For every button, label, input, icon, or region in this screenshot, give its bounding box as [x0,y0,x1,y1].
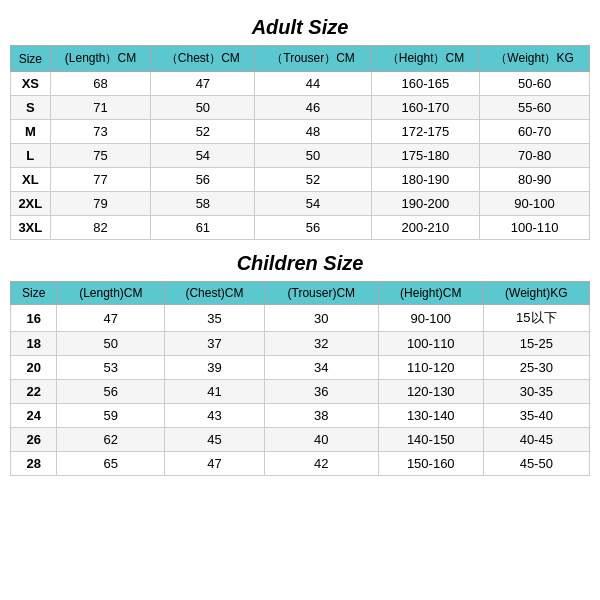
adult-header-row: Size(Length）CM（Chest）CM（Trouser）CM（Heigh… [11,46,590,72]
children-header-cell: (Chest)CM [165,282,265,305]
table-row: L755450175-18070-80 [11,144,590,168]
table-cell: 62 [57,428,165,452]
table-cell: 68 [50,72,151,96]
table-cell: 15以下 [483,305,589,332]
table-cell: 38 [264,404,378,428]
table-row: 18503732100-11015-25 [11,332,590,356]
table-cell: 130-140 [378,404,483,428]
table-cell: 65 [57,452,165,476]
table-cell: 140-150 [378,428,483,452]
table-cell: 61 [151,216,255,240]
table-cell: 52 [151,120,255,144]
table-cell: 47 [151,72,255,96]
table-row: 26624540140-15040-45 [11,428,590,452]
table-cell: 71 [50,96,151,120]
adult-table: Size(Length）CM（Chest）CM（Trouser）CM（Heigh… [10,45,590,240]
table-row: 22564136120-13030-35 [11,380,590,404]
table-row: XL775652180-19080-90 [11,168,590,192]
table-cell: 80-90 [480,168,590,192]
children-header-row: Size(Length)CM(Chest)CM(Trouser)CM(Heigh… [11,282,590,305]
table-cell: 24 [11,404,57,428]
table-cell: 34 [264,356,378,380]
adult-header-cell: （Height）CM [371,46,479,72]
table-cell: 160-170 [371,96,479,120]
table-cell: 77 [50,168,151,192]
table-cell: 50 [255,144,371,168]
table-cell: L [11,144,51,168]
table-cell: 56 [57,380,165,404]
children-section: Children Size Size(Length)CM(Chest)CM(Tr… [10,246,590,476]
children-title: Children Size [10,246,590,281]
adult-header-cell: （Chest）CM [151,46,255,72]
table-cell: 36 [264,380,378,404]
table-cell: 110-120 [378,356,483,380]
table-cell: 47 [57,305,165,332]
table-cell: 56 [255,216,371,240]
table-cell: 160-165 [371,72,479,96]
table-cell: 20 [11,356,57,380]
table-cell: XS [11,72,51,96]
table-cell: 59 [57,404,165,428]
table-cell: 90-100 [480,192,590,216]
table-cell: 47 [165,452,265,476]
table-cell: 41 [165,380,265,404]
table-cell: 22 [11,380,57,404]
table-cell: 100-110 [480,216,590,240]
table-cell: 28 [11,452,57,476]
children-header-cell: (Weight)KG [483,282,589,305]
adult-header-cell: (Length）CM [50,46,151,72]
children-header-cell: Size [11,282,57,305]
table-cell: 82 [50,216,151,240]
table-row: S715046160-17055-60 [11,96,590,120]
table-cell: 79 [50,192,151,216]
table-cell: 46 [255,96,371,120]
adult-header-cell: Size [11,46,51,72]
table-cell: 50 [151,96,255,120]
table-cell: 73 [50,120,151,144]
table-cell: 120-130 [378,380,483,404]
table-cell: 75 [50,144,151,168]
adult-header-cell: （Trouser）CM [255,46,371,72]
children-header-cell: (Trouser)CM [264,282,378,305]
table-cell: 56 [151,168,255,192]
table-cell: 70-80 [480,144,590,168]
table-row: 24594338130-14035-40 [11,404,590,428]
table-row: 3XL826156200-210100-110 [11,216,590,240]
adult-header-cell: （Weight）KG [480,46,590,72]
table-cell: 25-30 [483,356,589,380]
table-cell: 50-60 [480,72,590,96]
table-cell: 150-160 [378,452,483,476]
table-cell: 58 [151,192,255,216]
table-cell: 50 [57,332,165,356]
table-cell: 37 [165,332,265,356]
table-cell: 43 [165,404,265,428]
page-container: Adult Size Size(Length）CM（Chest）CM（Trous… [10,10,590,482]
table-cell: 44 [255,72,371,96]
table-cell: 54 [255,192,371,216]
children-thead: Size(Length)CM(Chest)CM(Trouser)CM(Heigh… [11,282,590,305]
table-cell: 52 [255,168,371,192]
table-cell: 2XL [11,192,51,216]
table-cell: XL [11,168,51,192]
children-tbody: 1647353090-10015以下18503732100-11015-2520… [11,305,590,476]
table-cell: 54 [151,144,255,168]
table-cell: 16 [11,305,57,332]
adult-tbody: XS684744160-16550-60S715046160-17055-60M… [11,72,590,240]
table-cell: 53 [57,356,165,380]
children-table: Size(Length)CM(Chest)CM(Trouser)CM(Heigh… [10,281,590,476]
table-cell: 175-180 [371,144,479,168]
table-cell: 15-25 [483,332,589,356]
table-cell: 30-35 [483,380,589,404]
table-cell: 40 [264,428,378,452]
table-row: XS684744160-16550-60 [11,72,590,96]
table-cell: 30 [264,305,378,332]
table-cell: 190-200 [371,192,479,216]
table-cell: 55-60 [480,96,590,120]
table-row: 28654742150-16045-50 [11,452,590,476]
table-cell: 18 [11,332,57,356]
table-cell: S [11,96,51,120]
adult-section: Adult Size Size(Length）CM（Chest）CM（Trous… [10,10,590,240]
adult-title: Adult Size [10,10,590,45]
table-cell: 32 [264,332,378,356]
table-row: 20533934110-12025-30 [11,356,590,380]
